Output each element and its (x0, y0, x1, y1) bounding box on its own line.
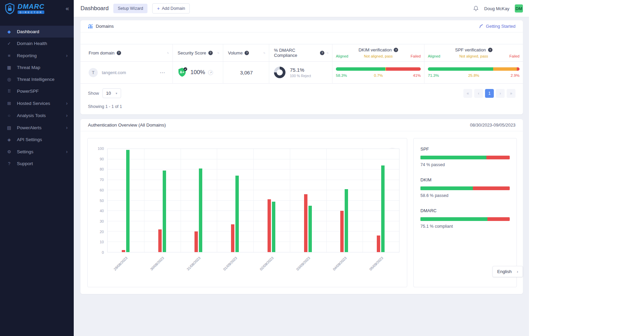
domains-card: Domains Getting Started From domain (80, 20, 523, 114)
sidebar-item-threat-map[interactable]: ▦ Threat Map (0, 62, 74, 73)
spf-cell: 71.3% 25.8% 2.9% (424, 62, 523, 83)
sidebar-collapse-icon[interactable]: « (66, 5, 69, 12)
spf-values: 71.3% 25.8% 2.9% (428, 73, 520, 77)
domain-link[interactable]: tangent.com (102, 70, 126, 75)
help-icon[interactable]: ? (208, 51, 213, 55)
spf-failed-segment (517, 67, 520, 71)
user-avatar[interactable]: DM (515, 4, 523, 13)
sidebar-item-dashboard[interactable]: ◆ Dashboard (0, 26, 74, 38)
app-logo[interactable]: DMARC DIRECTOR « (0, 0, 74, 17)
col-label: Volume (228, 50, 243, 55)
y-tick-label: 90 (100, 157, 104, 161)
sidebar-item-label: Settings (17, 149, 33, 154)
auth-overview-card: Authentication Overview (All Domains) 08… (80, 119, 523, 294)
sidebar-item-settings[interactable]: ⚙ Settings › (0, 145, 74, 158)
last-page-button[interactable]: » (507, 89, 515, 98)
col-security-score[interactable]: Security Score ? ↑↓ (172, 44, 223, 61)
dkim-aligned-segment (336, 67, 385, 71)
sidebar-item-domain-health[interactable]: ✓ Domain Health (0, 38, 74, 49)
volume-cell: 3,067 (223, 62, 269, 83)
sidebar-item-label: API Settings (17, 137, 42, 142)
y-tick-label: 70 (100, 178, 104, 182)
sidebar-item-reporting[interactable]: ≡ Reporting › (0, 49, 74, 62)
sort-icon[interactable]: ↑↓ (217, 51, 219, 54)
plot-wrap: 29/08/202330/08/202331/08/202301/09/2023… (107, 149, 399, 286)
prev-page-button[interactable]: ‹ (474, 89, 483, 98)
showing-count: Showing 1 - 1 of 1 (88, 104, 515, 114)
page-size-value: 10 (106, 91, 111, 96)
col-label: DKIM verification (359, 47, 392, 52)
sidebar-item-label: PowerSPF (17, 89, 39, 94)
help-icon[interactable]: ? (394, 48, 398, 52)
dkim-summary-bar (420, 186, 510, 190)
sidebar-nav: ◆ Dashboard ✓ Domain Health ≡ Reporting … (0, 17, 74, 170)
page-1-button[interactable]: 1 (485, 89, 494, 98)
sidebar-item-hosted-services[interactable]: ⊞ Hosted Services › (0, 97, 74, 109)
col-volume[interactable]: Volume ? ↑↓ (223, 44, 269, 61)
help-icon[interactable]: ? (488, 48, 492, 52)
sidebar-item-analysis-tools[interactable]: ○ Analysis Tools › (0, 109, 74, 121)
gridline (290, 149, 290, 252)
sidebar-item-threat-intelligence[interactable]: ◎ Threat Intelligence (0, 73, 74, 85)
auth-card-header: Authentication Overview (All Domains) 08… (80, 119, 523, 131)
help-icon[interactable]: ? (320, 51, 324, 55)
chevron-right-icon: › (66, 53, 68, 58)
page-title: Dashboard (80, 5, 109, 12)
logo-secondary: DIRECTOR (18, 10, 44, 14)
domains-title: Domains (96, 24, 114, 29)
y-tick-label: 50 (100, 199, 104, 203)
chevron-right-icon: › (66, 100, 68, 106)
language-selector[interactable]: English › (492, 266, 523, 277)
bar-failed (122, 250, 125, 252)
aligned-label: Aligned (336, 54, 357, 58)
setup-wizard-button[interactable]: Setup Wizard (113, 4, 147, 13)
help-icon[interactable]: ? (117, 51, 121, 55)
help-icon[interactable]: ? (245, 51, 249, 55)
getting-started-label: Getting Started (486, 24, 515, 29)
next-page-button[interactable]: › (496, 89, 505, 98)
spf-summary-text: 74 % passed (420, 162, 510, 167)
dkim-not-aligned-value: 0.7% (364, 73, 393, 77)
question-icon: ? (6, 161, 12, 166)
sidebar-item-api-settings[interactable]: ◈ API Settings (0, 134, 74, 145)
bell-icon[interactable] (473, 5, 479, 12)
getting-started-link[interactable]: Getting Started (479, 24, 515, 29)
col-dmarc-compliance[interactable]: % DMARC Compliance ? ↑↓ (269, 44, 332, 61)
row-menu-icon[interactable]: ⋯ (160, 69, 168, 76)
dkim-header: DKIM verification ? (336, 47, 421, 52)
chevron-right-icon: › (66, 125, 68, 130)
bar-failed (377, 236, 380, 252)
external-link-icon[interactable]: ↗ (208, 70, 213, 75)
sort-icon[interactable]: ↑↓ (263, 51, 265, 54)
shield-lock-logo-icon (5, 3, 15, 14)
x-axis: 29/08/202330/08/202331/08/202301/09/2023… (107, 252, 399, 286)
bar-chart-icon (88, 24, 93, 29)
page-size-select[interactable]: 10 ▾ (102, 88, 121, 98)
sidebar-item-poweralerts[interactable]: ▤ PowerAlerts › (0, 121, 74, 134)
auth-bar-chart: 0102030405060708090100 29/08/202330/08/2… (87, 138, 407, 287)
bar-passed (381, 165, 385, 252)
first-page-button[interactable]: « (463, 89, 472, 98)
sidebar-item-label: Domain Health (17, 41, 47, 46)
y-tick-label: 20 (100, 230, 104, 234)
col-from-domain[interactable]: From domain ? ↑↓ (80, 44, 172, 61)
col-label: Security Score (178, 50, 206, 55)
x-tick-label: 30/08/2023 (150, 256, 165, 271)
x-tick-label: 02/09/2023 (259, 256, 275, 271)
user-name: Doug McKay (484, 6, 509, 11)
sidebar-item-label: Threat Intelligence (17, 77, 54, 82)
sort-icon[interactable]: ↑↓ (167, 51, 168, 54)
date-range: 08/30/2023-09/05/2023 (470, 122, 515, 128)
sidebar-item-support[interactable]: ? Support (0, 158, 74, 170)
sort-icon[interactable]: ↑↓ (326, 51, 328, 54)
compliance-text: 75.1% 100 % Reject (290, 67, 311, 78)
chevron-down-icon: ▾ (116, 92, 117, 95)
sidebar-item-powerspf[interactable]: ⠿ PowerSPF (0, 85, 74, 97)
failed-label: Failed (497, 54, 520, 58)
top-right-group: Doug McKay DM (473, 4, 523, 13)
add-domain-button[interactable]: + Add Domain (152, 3, 190, 14)
sidebar-item-label: Hosted Services (17, 101, 50, 106)
y-tick-label: 60 (100, 188, 104, 192)
y-tick-label: 40 (100, 209, 104, 213)
security-score-cell: A+ 100% ↗ (172, 62, 223, 83)
